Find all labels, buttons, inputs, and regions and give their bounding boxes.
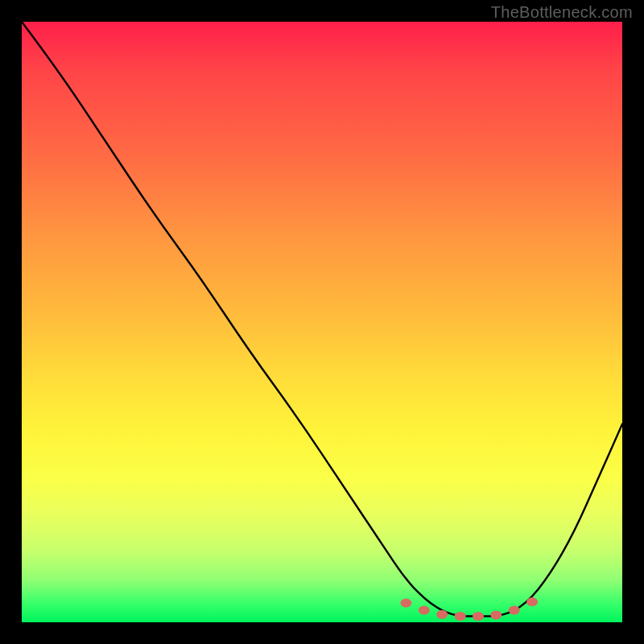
marker-dot bbox=[455, 612, 466, 621]
bottleneck-curve bbox=[22, 22, 622, 617]
watermark-text: TheBottleneck.com bbox=[491, 3, 633, 22]
marker-dot bbox=[436, 610, 448, 619]
marker-dot bbox=[400, 599, 411, 608]
plot-area bbox=[22, 22, 622, 622]
curve-svg bbox=[22, 22, 622, 622]
marker-dot bbox=[473, 612, 484, 621]
marker-dot bbox=[419, 606, 430, 615]
marker-dot bbox=[490, 611, 502, 620]
marker-dot bbox=[509, 606, 520, 615]
marker-dot bbox=[526, 597, 538, 606]
chart-frame: TheBottleneck.com bbox=[0, 0, 644, 644]
